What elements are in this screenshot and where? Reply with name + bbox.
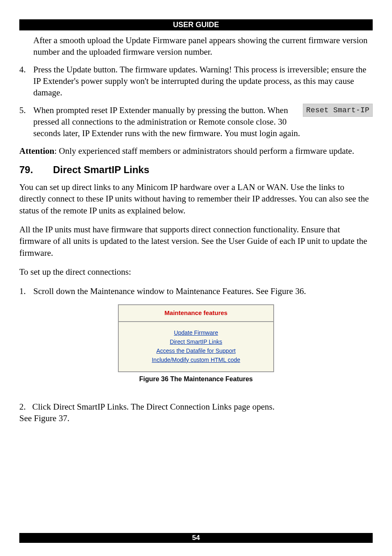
section-number: 79. <box>19 164 53 176</box>
direct-step-1-text: Scroll down the Maintenance window to Ma… <box>33 285 373 297</box>
step-5: 5. Reset Smart-IP When prompted reset IP… <box>19 104 373 139</box>
figure-36: Maintenance features Update Firmware Dir… <box>118 304 274 383</box>
direct-step-2-number: 2. <box>19 402 26 412</box>
reset-smart-ip-button[interactable]: Reset Smart-IP <box>303 104 373 117</box>
link-access-datafile[interactable]: Access the Datafile for Support <box>119 348 273 354</box>
direct-links-intro-2: All the IP units must have firmware that… <box>19 224 373 259</box>
direct-step-2-text-2: See Figure 37. <box>19 413 69 423</box>
section-heading: 79. Direct SmartIP Links <box>19 164 373 176</box>
link-direct-smartip-links[interactable]: Direct SmartIP Links <box>119 338 273 345</box>
page-content: After a smooth upload the Update Firmwar… <box>19 35 373 424</box>
step-5-text: Reset Smart-IP When prompted reset IP Ex… <box>33 104 373 139</box>
direct-step-2-text-1: Click Direct SmartIP Links. The Direct C… <box>32 402 275 412</box>
figure-36-caption: Figure 36 The Maintenance Features <box>118 375 274 383</box>
section-title: Direct SmartIP Links <box>53 164 149 176</box>
step-5-number: 5. <box>19 104 33 139</box>
maintenance-features-box: Maintenance features Update Firmware Dir… <box>118 304 274 372</box>
maintenance-features-body: Update Firmware Direct SmartIP Links Acc… <box>119 322 273 371</box>
step-4: 4. Press the Update button. The firmware… <box>19 64 373 99</box>
direct-links-intro-1: You can set up direct links to any Minic… <box>19 181 373 216</box>
direct-links-setup-intro: To set up the direct connections: <box>19 266 373 278</box>
upload-result-paragraph: After a smooth upload the Update Firmwar… <box>33 35 373 58</box>
header-title: USER GUIDE <box>173 21 219 29</box>
step-5-before: When prompted reset IP Extender manually… <box>33 105 241 115</box>
direct-step-1-number: 1. <box>19 285 33 297</box>
step-4-number: 4. <box>19 64 33 99</box>
maintenance-features-header: Maintenance features <box>119 305 273 322</box>
header-bar: USER GUIDE <box>19 19 373 30</box>
page-number: 54 <box>192 534 200 542</box>
attention-paragraph: Attention: Only experienced staff member… <box>19 145 373 157</box>
direct-step-1: 1. Scroll down the Maintenance window to… <box>19 285 373 297</box>
step-4-text: Press the Update button. The firmware up… <box>33 64 373 99</box>
link-include-modify-html[interactable]: Include/Modify custom HTML code <box>119 357 273 363</box>
footer-bar: 54 <box>19 533 373 543</box>
attention-label: Attention <box>19 146 54 156</box>
link-update-firmware[interactable]: Update Firmware <box>119 329 273 336</box>
attention-text: : Only experienced staff members or admi… <box>54 146 354 156</box>
direct-step-2: 2. Click Direct SmartIP Links. The Direc… <box>19 401 373 424</box>
